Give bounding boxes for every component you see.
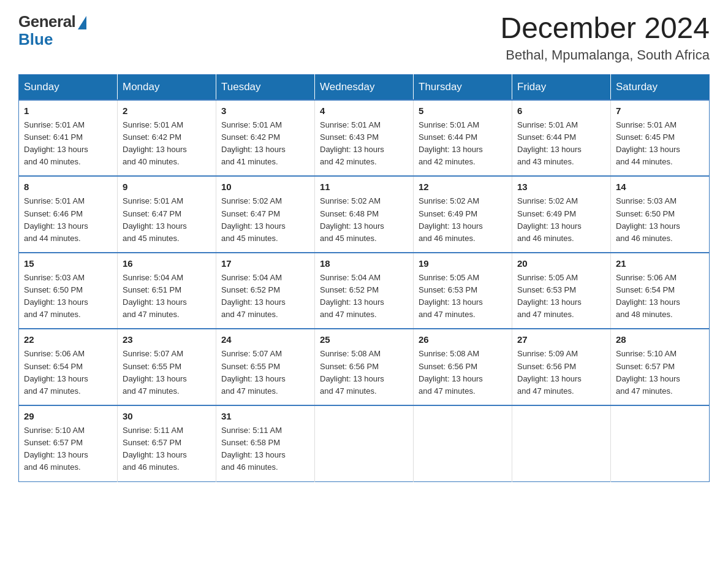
calendar-cell: 26 Sunrise: 5:08 AMSunset: 6:56 PMDaylig… [414,329,512,405]
day-info: Sunrise: 5:05 AMSunset: 6:53 PMDaylight:… [419,273,483,319]
calendar-table: SundayMondayTuesdayWednesdayThursdayFrid… [18,74,710,482]
day-info: Sunrise: 5:10 AMSunset: 6:57 PMDaylight:… [616,349,680,395]
location-title: Bethal, Mpumalanga, South Africa [500,47,710,63]
day-info: Sunrise: 5:01 AMSunset: 6:42 PMDaylight:… [221,120,286,166]
logo: General Blue [18,12,86,49]
calendar-cell: 23 Sunrise: 5:07 AMSunset: 6:55 PMDaylig… [118,329,216,405]
weekday-header-saturday: Saturday [611,74,710,100]
day-info: Sunrise: 5:10 AMSunset: 6:57 PMDaylight:… [24,426,88,472]
day-info: Sunrise: 5:08 AMSunset: 6:56 PMDaylight:… [419,349,483,395]
calendar-cell: 22 Sunrise: 5:06 AMSunset: 6:54 PMDaylig… [19,329,118,405]
calendar-header: SundayMondayTuesdayWednesdayThursdayFrid… [19,74,710,100]
day-info: Sunrise: 5:01 AMSunset: 6:41 PMDaylight:… [24,120,88,166]
day-info: Sunrise: 5:08 AMSunset: 6:56 PMDaylight:… [320,349,384,395]
day-number: 22 [24,334,112,345]
day-number: 11 [320,182,408,192]
day-number: 2 [123,105,211,116]
day-info: Sunrise: 5:02 AMSunset: 6:49 PMDaylight:… [517,196,582,242]
weekday-header-wednesday: Wednesday [315,74,414,100]
day-info: Sunrise: 5:01 AMSunset: 6:46 PMDaylight:… [24,196,88,242]
title-section: December 2024 Bethal, Mpumalanga, South … [500,12,710,63]
day-number: 23 [123,334,211,345]
day-info: Sunrise: 5:04 AMSunset: 6:52 PMDaylight:… [221,273,286,319]
calendar-cell: 7 Sunrise: 5:01 AMSunset: 6:45 PMDayligh… [611,100,710,177]
calendar-week-row: 29 Sunrise: 5:10 AMSunset: 6:57 PMDaylig… [19,405,710,481]
day-number: 5 [419,105,507,116]
day-info: Sunrise: 5:01 AMSunset: 6:42 PMDaylight:… [123,120,187,166]
day-number: 24 [221,334,309,345]
day-number: 27 [517,334,605,345]
calendar-cell: 8 Sunrise: 5:01 AMSunset: 6:46 PMDayligh… [19,176,118,253]
day-number: 26 [419,334,507,345]
calendar-cell: 14 Sunrise: 5:03 AMSunset: 6:50 PMDaylig… [611,176,710,253]
calendar-cell [512,405,611,481]
day-number: 18 [320,258,408,269]
day-info: Sunrise: 5:03 AMSunset: 6:50 PMDaylight:… [24,273,88,319]
day-info: Sunrise: 5:01 AMSunset: 6:45 PMDaylight:… [616,120,680,166]
day-info: Sunrise: 5:04 AMSunset: 6:51 PMDaylight:… [123,273,187,319]
day-number: 13 [517,182,605,192]
weekday-header-tuesday: Tuesday [216,74,315,100]
calendar-cell: 15 Sunrise: 5:03 AMSunset: 6:50 PMDaylig… [19,253,118,329]
calendar-cell: 11 Sunrise: 5:02 AMSunset: 6:48 PMDaylig… [315,176,414,253]
day-number: 12 [419,182,507,192]
day-number: 31 [221,411,309,421]
day-number: 17 [221,258,309,269]
calendar-cell: 3 Sunrise: 5:01 AMSunset: 6:42 PMDayligh… [216,100,315,177]
logo-triangle-icon [78,16,86,29]
calendar-cell: 2 Sunrise: 5:01 AMSunset: 6:42 PMDayligh… [118,100,216,177]
day-info: Sunrise: 5:07 AMSunset: 6:55 PMDaylight:… [221,349,286,395]
day-info: Sunrise: 5:01 AMSunset: 6:47 PMDaylight:… [123,196,187,242]
calendar-cell: 20 Sunrise: 5:05 AMSunset: 6:53 PMDaylig… [512,253,611,329]
day-info: Sunrise: 5:02 AMSunset: 6:49 PMDaylight:… [419,196,483,242]
weekday-header-row: SundayMondayTuesdayWednesdayThursdayFrid… [19,74,710,100]
day-number: 9 [123,182,211,192]
calendar-cell: 1 Sunrise: 5:01 AMSunset: 6:41 PMDayligh… [19,100,118,177]
day-info: Sunrise: 5:03 AMSunset: 6:50 PMDaylight:… [616,196,680,242]
calendar-week-row: 15 Sunrise: 5:03 AMSunset: 6:50 PMDaylig… [19,253,710,329]
day-number: 14 [616,182,704,192]
day-number: 16 [123,258,211,269]
calendar-cell: 12 Sunrise: 5:02 AMSunset: 6:49 PMDaylig… [414,176,512,253]
day-info: Sunrise: 5:11 AMSunset: 6:57 PMDaylight:… [123,426,187,472]
calendar-cell: 21 Sunrise: 5:06 AMSunset: 6:54 PMDaylig… [611,253,710,329]
calendar-cell: 27 Sunrise: 5:09 AMSunset: 6:56 PMDaylig… [512,329,611,405]
calendar-cell: 17 Sunrise: 5:04 AMSunset: 6:52 PMDaylig… [216,253,315,329]
day-info: Sunrise: 5:05 AMSunset: 6:53 PMDaylight:… [517,273,582,319]
calendar-cell: 18 Sunrise: 5:04 AMSunset: 6:52 PMDaylig… [315,253,414,329]
logo-blue-text: Blue [18,30,53,49]
day-number: 20 [517,258,605,269]
calendar-cell: 19 Sunrise: 5:05 AMSunset: 6:53 PMDaylig… [414,253,512,329]
page-header: General Blue December 2024 Bethal, Mpuma… [18,12,710,63]
calendar-cell: 10 Sunrise: 5:02 AMSunset: 6:47 PMDaylig… [216,176,315,253]
calendar-week-row: 22 Sunrise: 5:06 AMSunset: 6:54 PMDaylig… [19,329,710,405]
calendar-cell: 28 Sunrise: 5:10 AMSunset: 6:57 PMDaylig… [611,329,710,405]
day-number: 28 [616,334,704,345]
calendar-cell: 25 Sunrise: 5:08 AMSunset: 6:56 PMDaylig… [315,329,414,405]
day-number: 15 [24,258,112,269]
calendar-cell [315,405,414,481]
calendar-week-row: 8 Sunrise: 5:01 AMSunset: 6:46 PMDayligh… [19,176,710,253]
day-info: Sunrise: 5:06 AMSunset: 6:54 PMDaylight:… [24,349,88,395]
day-info: Sunrise: 5:11 AMSunset: 6:58 PMDaylight:… [221,426,286,472]
day-number: 7 [616,105,704,116]
calendar-cell: 30 Sunrise: 5:11 AMSunset: 6:57 PMDaylig… [118,405,216,481]
calendar-cell: 6 Sunrise: 5:01 AMSunset: 6:44 PMDayligh… [512,100,611,177]
logo-general-text: General [18,12,75,31]
day-number: 21 [616,258,704,269]
weekday-header-sunday: Sunday [19,74,118,100]
calendar-cell: 13 Sunrise: 5:02 AMSunset: 6:49 PMDaylig… [512,176,611,253]
day-info: Sunrise: 5:02 AMSunset: 6:48 PMDaylight:… [320,196,384,242]
calendar-cell [414,405,512,481]
day-info: Sunrise: 5:01 AMSunset: 6:44 PMDaylight:… [517,120,582,166]
calendar-cell: 31 Sunrise: 5:11 AMSunset: 6:58 PMDaylig… [216,405,315,481]
day-number: 25 [320,334,408,345]
day-info: Sunrise: 5:02 AMSunset: 6:47 PMDaylight:… [221,196,286,242]
day-number: 30 [123,411,211,421]
day-number: 6 [517,105,605,116]
day-info: Sunrise: 5:06 AMSunset: 6:54 PMDaylight:… [616,273,680,319]
day-info: Sunrise: 5:01 AMSunset: 6:43 PMDaylight:… [320,120,384,166]
weekday-header-monday: Monday [118,74,216,100]
day-info: Sunrise: 5:09 AMSunset: 6:56 PMDaylight:… [517,349,582,395]
day-info: Sunrise: 5:04 AMSunset: 6:52 PMDaylight:… [320,273,384,319]
